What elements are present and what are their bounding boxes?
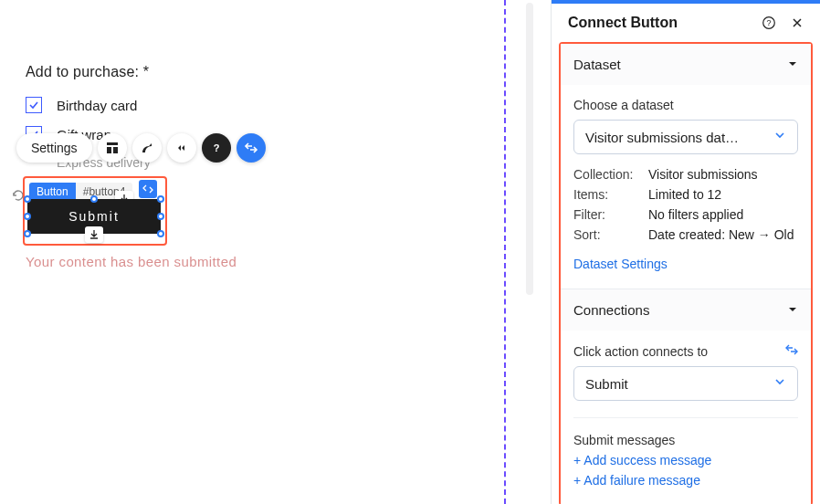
help-icon[interactable]: ? [202,133,231,163]
meta-value: Visitor submissions [648,167,758,182]
chevron-down-icon [787,302,798,318]
section-label: Connections [573,302,649,318]
settings-button[interactable]: Settings [16,133,92,163]
highlight-frame: Dataset Choose a dataset Visitor submiss… [559,42,813,504]
connect-data-icon[interactable] [785,343,798,359]
add-success-message-link[interactable]: + Add success message [573,453,798,467]
meta-key: Items: [573,187,641,202]
resize-handle[interactable] [157,195,164,203]
section-dataset-body: Choose a dataset Visitor submissions dat… [561,85,811,289]
dataset-select-value: Visitor submissions dat… [585,130,739,145]
svg-rect-0 [107,142,118,145]
chevron-down-icon [773,129,786,145]
download-icon[interactable] [85,226,103,243]
divider [573,417,798,418]
meta-value: No filters applied [648,207,743,222]
meta-key: Collection: [573,167,641,182]
click-action-label: Click action connects to [573,343,798,359]
meta-value: Limited to 12 [648,187,721,202]
submit-button-selection[interactable]: Submit [27,199,161,234]
connect-badge-icon[interactable] [139,180,157,198]
svg-rect-1 [107,147,111,153]
vertical-scrollbar[interactable] [510,3,546,501]
connect-panel: Connect Button ? Dataset Choose a datase… [551,0,820,504]
svg-rect-2 [113,147,118,153]
resize-handle[interactable] [24,230,31,237]
meta-key: Sort: [573,227,641,242]
dataset-meta: Collection:Visitor submissions Items:Lim… [573,167,798,242]
click-action-value: Submit [585,376,628,392]
resize-handle[interactable] [157,213,164,220]
element-toolbar: Settings ? [16,133,266,163]
section-label: Dataset [573,57,621,72]
svg-text:?: ? [213,142,219,153]
panel-header: Connect Button ? [552,4,820,42]
submit-messages-label: Submit messages [573,433,798,447]
checkbox-checked-icon[interactable] [26,97,42,113]
checkbox-label: Birthday card [57,98,137,113]
resize-handle[interactable] [157,230,164,237]
section-dataset-header[interactable]: Dataset [561,44,811,85]
animation-icon[interactable] [167,133,196,163]
resize-handle[interactable] [24,213,31,220]
status-message: Your content has been submitted [26,254,237,269]
design-icon[interactable] [132,133,162,163]
svg-text:?: ? [766,18,771,27]
editor-canvas: Add to purchase: * Birthday card Gift wr… [0,0,506,504]
element-type-tag: Button [29,183,76,201]
panel-title: Connect Button [568,15,754,31]
chevron-down-icon [773,375,786,392]
help-icon[interactable]: ? [762,16,776,30]
click-action-select[interactable]: Submit [573,366,798,401]
choose-dataset-label: Choose a dataset [573,98,798,112]
connect-data-icon[interactable] [237,133,266,163]
layout-icon[interactable] [98,133,127,163]
close-icon[interactable] [791,16,804,29]
section-connections-body: Click action connects to Submit Submit m… [561,331,811,504]
resize-handle[interactable] [90,195,98,203]
section-connections-header[interactable]: Connections [561,289,811,331]
dataset-settings-link[interactable]: Dataset Settings [573,257,668,271]
form-title: Add to purchase: * [26,64,151,80]
dataset-select[interactable]: Visitor submissions dat… [573,120,798,154]
meta-value: Date created: New → Old [648,227,794,242]
resize-handle[interactable] [24,195,31,203]
add-failure-message-link[interactable]: + Add failure message [573,473,798,488]
meta-key: Filter: [573,207,641,222]
checkbox-row-birthday[interactable]: Birthday card [26,97,151,113]
chevron-down-icon [787,57,798,72]
